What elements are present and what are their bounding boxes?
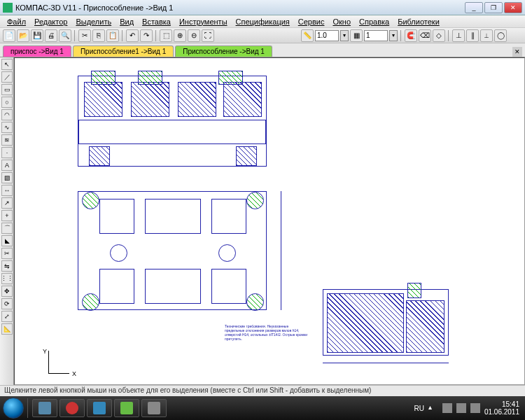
- bolt-top: [82, 192, 99, 209]
- bolt-top: [246, 192, 264, 209]
- zoom-input[interactable]: [364, 30, 388, 41]
- menu-tools[interactable]: Инструменты: [175, 18, 232, 26]
- taskbar-app-5[interactable]: [141, 399, 167, 417]
- menu-service[interactable]: Сервис: [294, 18, 329, 26]
- drawing-section-view: [323, 289, 449, 356]
- tab-doc-1[interactable]: приспос ->Вид 1: [3, 46, 71, 57]
- menu-file[interactable]: Файл: [3, 18, 30, 26]
- close-button[interactable]: ✕: [504, 2, 522, 13]
- menu-libraries[interactable]: Библиотеки: [393, 18, 444, 26]
- tab-doc-3[interactable]: Приспособление ->Вид 1: [175, 46, 272, 57]
- save-icon[interactable]: 💾: [31, 29, 43, 42]
- hatch-region: [223, 82, 262, 117]
- line-icon[interactable]: ／: [1, 71, 13, 83]
- foot: [89, 146, 110, 166]
- part: [99, 199, 134, 234]
- zoom-dropdown-icon[interactable]: ▾: [389, 30, 398, 41]
- bolt-top: [82, 293, 99, 311]
- separator: [448, 30, 449, 41]
- window-titlebar: КОМПАС-3D V11 - Приспособление ->Вид 1 _…: [0, 0, 525, 15]
- polyline-icon[interactable]: ≋: [1, 134, 13, 146]
- zoom-window-icon[interactable]: ⬚: [160, 29, 172, 42]
- tab-close-icon[interactable]: ✕: [512, 47, 522, 57]
- measure-icon[interactable]: 📐: [1, 323, 13, 335]
- start-button[interactable]: [3, 398, 24, 419]
- scale-input[interactable]: [315, 30, 339, 41]
- rotate-icon[interactable]: ⟳: [1, 298, 13, 309]
- scale-dropdown-icon[interactable]: ▾: [340, 30, 349, 41]
- fillet-icon[interactable]: ⌒: [1, 223, 13, 234]
- taskbar-app-4[interactable]: [114, 399, 139, 417]
- snap-eraser-icon[interactable]: ⌫: [419, 29, 431, 42]
- spline-icon[interactable]: ∿: [1, 122, 13, 133]
- chamfer-icon[interactable]: ◣: [1, 235, 13, 246]
- hatch-region: [178, 82, 216, 117]
- open-icon[interactable]: 📂: [17, 29, 29, 42]
- cut-icon[interactable]: ✂: [78, 29, 91, 42]
- taskbar-app-2[interactable]: [59, 399, 85, 417]
- scale-icon[interactable]: 📏: [301, 29, 314, 42]
- menu-select[interactable]: Выделить: [71, 18, 115, 26]
- drawing-canvas[interactable]: Технические требования. Неуказанные пред…: [14, 57, 525, 385]
- menu-insert[interactable]: Вставка: [138, 18, 175, 26]
- zoom-fit-icon[interactable]: ⛶: [202, 29, 214, 42]
- part: [211, 199, 246, 234]
- hatch-icon[interactable]: ▨: [1, 172, 13, 183]
- grid-icon[interactable]: ▦: [350, 29, 363, 42]
- preview-icon[interactable]: 🔍: [59, 29, 71, 42]
- text-icon[interactable]: A: [1, 160, 13, 171]
- section-body: [327, 293, 404, 353]
- tray-volume-icon[interactable]: [470, 403, 480, 413]
- maximize-button[interactable]: ❐: [484, 2, 503, 13]
- separator: [74, 30, 76, 41]
- tray-network-icon[interactable]: [456, 403, 466, 413]
- pointer-icon[interactable]: ↖: [1, 59, 13, 70]
- zoom-in-icon[interactable]: ⊕: [174, 29, 186, 42]
- menu-help[interactable]: Справка: [355, 18, 393, 26]
- circle-icon[interactable]: ○: [1, 97, 13, 108]
- ortho-icon[interactable]: ⊥: [452, 29, 465, 42]
- hatch-region: [131, 82, 169, 117]
- paste-icon[interactable]: 📋: [106, 29, 119, 42]
- tray-flag-icon[interactable]: [442, 403, 452, 413]
- trim-icon[interactable]: ✂: [1, 248, 13, 259]
- taskbar-app-3[interactable]: [87, 399, 112, 417]
- arc-icon[interactable]: ◠: [1, 109, 13, 120]
- snap-magnet-icon[interactable]: 🧲: [405, 29, 417, 42]
- point-icon[interactable]: ·: [1, 147, 13, 158]
- hatch-region: [84, 82, 122, 117]
- redo-icon[interactable]: ↷: [140, 29, 153, 42]
- print-icon[interactable]: 🖨: [45, 29, 57, 42]
- array-icon[interactable]: ⋮⋮: [1, 273, 13, 284]
- perpend-icon[interactable]: ⟂: [480, 29, 493, 42]
- copy-icon[interactable]: ⎘: [92, 29, 105, 42]
- new-icon[interactable]: 📄: [3, 29, 15, 42]
- scale-tool-icon[interactable]: ⤢: [1, 311, 13, 322]
- dimension-icon[interactable]: ↔: [1, 185, 13, 196]
- menu-view[interactable]: Вид: [115, 18, 138, 26]
- menu-spec[interactable]: Спецификация: [232, 18, 294, 26]
- mirror-icon[interactable]: ⇋: [1, 260, 13, 272]
- zoom-out-icon[interactable]: ⊖: [188, 29, 200, 42]
- language-indicator[interactable]: RU: [414, 405, 424, 412]
- minimize-button[interactable]: _: [465, 2, 483, 13]
- app-icon: [3, 3, 13, 13]
- parallel-icon[interactable]: ∥: [466, 29, 479, 42]
- menu-editor[interactable]: Редактор: [30, 18, 71, 26]
- undo-icon[interactable]: ↶: [126, 29, 139, 42]
- x-axis-label: X: [72, 370, 76, 377]
- move-icon[interactable]: ✥: [1, 286, 13, 297]
- part: [145, 199, 201, 234]
- round-icon[interactable]: ◯: [494, 29, 507, 42]
- tray-up-icon[interactable]: ▴: [428, 403, 438, 413]
- rect-icon[interactable]: ▭: [1, 84, 13, 95]
- bolt-head: [91, 71, 115, 85]
- dimension-line: [323, 363, 449, 363]
- menu-window[interactable]: Окно: [328, 18, 355, 26]
- leader-icon[interactable]: ↗: [1, 197, 13, 209]
- taskbar-app-1[interactable]: [32, 399, 57, 417]
- axis-icon[interactable]: +: [1, 210, 13, 221]
- tab-doc-2[interactable]: Приспособление1 ->Вид 1: [73, 46, 174, 57]
- snap-toggle-icon[interactable]: ◇: [433, 29, 445, 42]
- tray-clock[interactable]: 15:41 01.06.2011: [484, 400, 522, 416]
